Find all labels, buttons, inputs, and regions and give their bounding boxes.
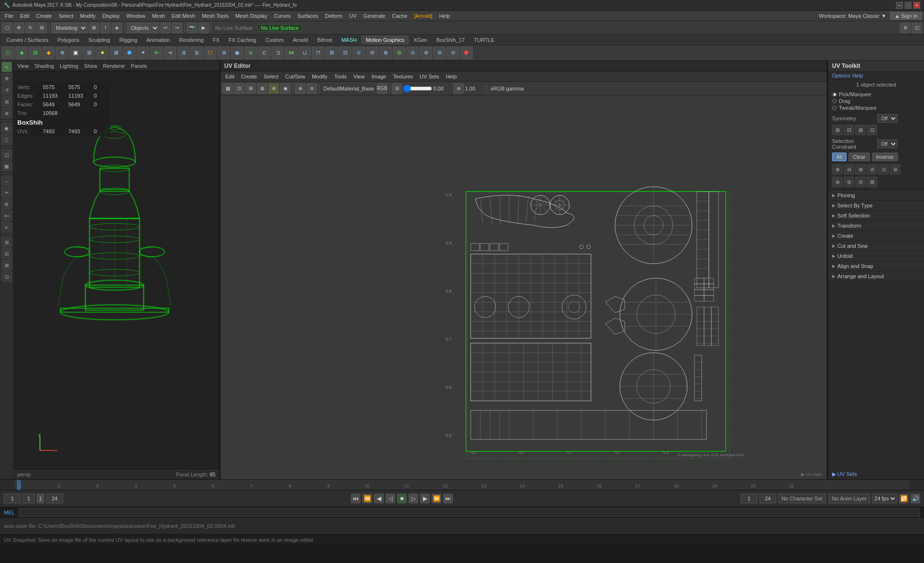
redo-button[interactable]: ↪ bbox=[172, 23, 182, 33]
uv-tb-rgb[interactable]: RGB bbox=[377, 83, 387, 94]
loop-button[interactable]: 🔁 bbox=[899, 494, 909, 503]
uv-menu-create[interactable]: Create bbox=[238, 73, 260, 80]
shelf-icon-22[interactable]: ⋈ bbox=[285, 47, 297, 59]
render-button[interactable]: ▶ bbox=[198, 23, 209, 33]
snap-surface-button[interactable]: ◈ bbox=[112, 23, 122, 33]
shelf-icon-4[interactable]: ◆ bbox=[42, 47, 55, 59]
stop-button[interactable]: ■ bbox=[397, 494, 407, 503]
move-tool-button[interactable]: ✜ bbox=[13, 23, 24, 33]
vp-menu-panels[interactable]: Panels bbox=[129, 63, 149, 69]
vp-menu-view[interactable]: View bbox=[15, 63, 31, 69]
shelf-icon-19[interactable]: ⊎ bbox=[244, 47, 257, 59]
undo-button[interactable]: ↩ bbox=[160, 23, 171, 33]
uv-tb-snap[interactable]: ⊗ bbox=[269, 83, 279, 94]
shelf-icon-15[interactable]: ⊵ bbox=[191, 47, 203, 59]
uv-pick-marquee-radio[interactable]: Pick/Marquee bbox=[832, 91, 920, 97]
uv-select-by-type-header[interactable]: ▶ Select By Type bbox=[828, 201, 924, 210]
menu-deform[interactable]: Deform bbox=[322, 12, 345, 20]
uv-menu-cutsew[interactable]: Cut/Sew bbox=[282, 73, 308, 80]
shelf-icon-35[interactable]: ⬟ bbox=[460, 47, 473, 59]
move-tool-left[interactable]: ✜ bbox=[1, 73, 12, 84]
shelf-icon-30[interactable]: ⊘ bbox=[393, 47, 405, 59]
shelf-tab-mash[interactable]: MASH bbox=[337, 36, 361, 44]
shelf-tab-polygons[interactable]: Polygons bbox=[53, 36, 83, 44]
menu-mesh[interactable]: Mesh bbox=[149, 12, 168, 20]
uv-menu-textures[interactable]: Textures bbox=[390, 73, 416, 80]
start-frame-input[interactable] bbox=[4, 494, 21, 503]
menu-mesh-display[interactable]: Mesh Display bbox=[232, 12, 270, 20]
shelf-icon-21[interactable]: ⊐ bbox=[271, 47, 284, 59]
menu-arnold[interactable]: [Arnold] bbox=[411, 12, 436, 20]
workspace-dropdown[interactable]: Workspace: Maya Classic ▼ bbox=[816, 12, 889, 20]
script-input[interactable] bbox=[19, 508, 920, 517]
fps-dropdown[interactable]: 24 fps bbox=[872, 494, 897, 503]
shelf-tab-curves-surfaces[interactable]: Curves / Surfaces bbox=[2, 36, 52, 44]
shelf-tab-boxshih[interactable]: BoxShih_17 bbox=[432, 36, 469, 44]
uv-menu-select[interactable]: Select bbox=[261, 73, 282, 80]
shelf-tab-animation[interactable]: Animation bbox=[142, 36, 174, 44]
uv-sel-icon-7[interactable]: ⊛ bbox=[832, 177, 843, 187]
step-back-button[interactable]: ⏪ bbox=[362, 494, 372, 503]
uv-inverse-button[interactable]: Inverse bbox=[872, 153, 898, 161]
minimize-button[interactable]: ─ bbox=[896, 2, 903, 9]
sound-button[interactable]: 🔊 bbox=[911, 494, 920, 503]
render-region-tool[interactable]: ▦ bbox=[1, 161, 12, 171]
maximize-button[interactable]: □ bbox=[905, 2, 911, 9]
shelf-tab-turtle[interactable]: TURTLE bbox=[470, 36, 499, 44]
shelf-icon-3[interactable]: ⊟ bbox=[29, 47, 41, 59]
display-layer-button[interactable]: ◫ bbox=[911, 23, 922, 33]
shelf-icon-28[interactable]: ⊖ bbox=[366, 47, 378, 59]
trax-editor-button[interactable]: ⊡ bbox=[1, 271, 12, 282]
uv-create-header[interactable]: ▶ Create bbox=[828, 231, 924, 241]
uv-sel-icon-6[interactable]: ⊚ bbox=[890, 164, 900, 175]
symmetry-icon-3[interactable]: ⊠ bbox=[855, 125, 866, 135]
annotation-tool[interactable]: ✏ bbox=[1, 187, 12, 198]
uv-tb-display-border[interactable]: ⊟ bbox=[392, 83, 402, 94]
shelf-icon-32[interactable]: ⊚ bbox=[420, 47, 432, 59]
uv-tb-checkerboard[interactable]: ▦ bbox=[222, 83, 233, 94]
rotate-tool-button[interactable]: ↻ bbox=[25, 23, 36, 33]
shelf-tab-xgen[interactable]: XGen bbox=[409, 36, 431, 44]
menu-curves[interactable]: Curves bbox=[271, 12, 294, 20]
uv-sel-icon-1[interactable]: ⊕ bbox=[832, 164, 843, 175]
measure-tool[interactable]: ↔ bbox=[1, 176, 12, 186]
uv-drag-radio[interactable]: Drag bbox=[832, 98, 920, 104]
render-settings-button[interactable]: ⚙ bbox=[900, 23, 911, 33]
uv-menu-edit[interactable]: Edit bbox=[222, 73, 237, 80]
shelf-tab-custom[interactable]: Custom bbox=[261, 36, 288, 44]
menu-help[interactable]: Help bbox=[436, 12, 453, 20]
shelf-icon-27[interactable]: ⊕ bbox=[352, 47, 365, 59]
menu-surfaces[interactable]: Surfaces bbox=[295, 12, 321, 20]
vp-menu-renderer[interactable]: Renderer bbox=[101, 63, 127, 69]
uv-sel-icon-3[interactable]: ⊗ bbox=[855, 164, 866, 175]
uv-toolkit-help-link[interactable]: Help bbox=[852, 73, 863, 78]
shelf-icon-11[interactable]: ✦ bbox=[137, 47, 149, 59]
shelf-icon-23[interactable]: ⊔ bbox=[298, 47, 311, 59]
uv-soft-selection-header[interactable]: ▶ Soft Selection bbox=[828, 211, 924, 220]
shelf-icon-26[interactable]: ⊟ bbox=[339, 47, 351, 59]
shelf-icon-7[interactable]: ⊞ bbox=[83, 47, 95, 59]
shelf-icon-34[interactable]: ⊝ bbox=[447, 47, 459, 59]
shelf-tab-motion-graphics[interactable]: Motion Graphics bbox=[361, 36, 409, 44]
range-start-input2[interactable] bbox=[741, 494, 757, 503]
symmetry-icon-4[interactable]: ⊡ bbox=[867, 125, 877, 135]
shelf-icon-5[interactable]: ⊕ bbox=[56, 47, 68, 59]
menu-cache[interactable]: Cache bbox=[389, 12, 411, 20]
menu-edit-mesh[interactable]: Edit Mesh bbox=[169, 12, 198, 20]
range-end-input[interactable] bbox=[46, 494, 63, 503]
symmetry-icon-2[interactable]: ⊟ bbox=[844, 125, 854, 135]
cluster-tool[interactable]: ⊞ bbox=[1, 237, 12, 247]
step-forward-button[interactable]: ⏩ bbox=[432, 494, 441, 503]
shelf-tab-bifrost[interactable]: Bifrost bbox=[313, 36, 336, 44]
vp-menu-shading[interactable]: Shading bbox=[33, 63, 56, 69]
uv-sel-icon-10[interactable]: ⊞ bbox=[867, 177, 877, 187]
menu-mesh-tools[interactable]: Mesh Tools bbox=[199, 12, 231, 20]
uv-canvas-container[interactable]: 1.0 0.9 0.8 0.7 0.6 0.5 bbox=[220, 95, 827, 479]
menu-generate[interactable]: Generate bbox=[360, 12, 388, 20]
show-hide-tool[interactable]: ◫ bbox=[1, 149, 12, 160]
snap-curve-button[interactable]: ⌇ bbox=[100, 23, 111, 33]
shelf-icon-25[interactable]: ⊞ bbox=[325, 47, 338, 59]
menu-create[interactable]: Create bbox=[33, 12, 55, 20]
vp-menu-show[interactable]: Show bbox=[82, 63, 100, 69]
prev-frame-button[interactable]: ◀ bbox=[374, 494, 384, 503]
